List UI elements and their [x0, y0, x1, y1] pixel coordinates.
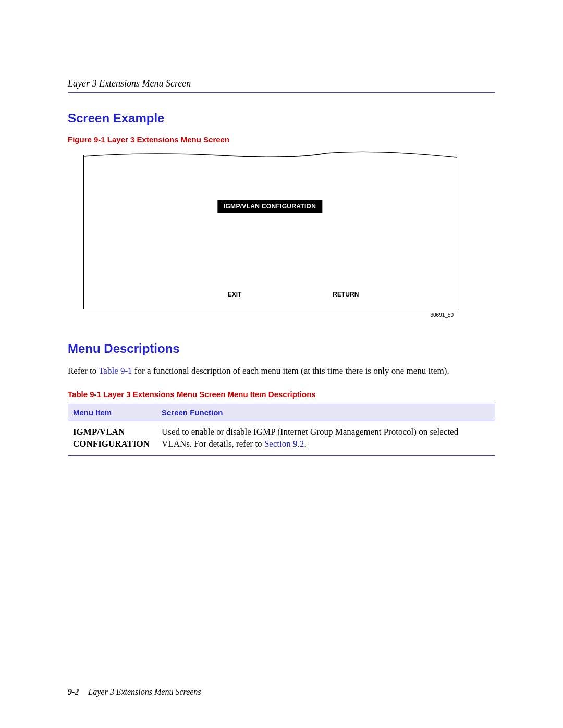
section-heading-menu-descriptions: Menu Descriptions	[68, 341, 495, 356]
table-row: IGMP/VLAN CONFIGURATION Used to enable o…	[68, 421, 495, 456]
section-ref-link[interactable]: Section 9.2	[264, 439, 304, 449]
exit-button[interactable]: EXIT	[228, 291, 242, 298]
section-heading-screen-example: Screen Example	[68, 111, 495, 126]
cell-menu-item: IGMP/VLAN CONFIGURATION	[68, 421, 156, 456]
table-header-row: Menu Item Screen Function	[68, 404, 495, 421]
intro-text-pre: Refer to	[68, 366, 99, 376]
figure-id: 30691_50	[83, 312, 456, 318]
desc-text-post: .	[304, 439, 306, 449]
terminal-screen: IGMP/VLAN CONFIGURATION EXIT RETURN	[83, 155, 456, 309]
intro-text-post: for a functional description of each men…	[132, 366, 449, 376]
footer-title: Layer 3 Extensions Menu Screens	[88, 687, 201, 696]
figure-container: IGMP/VLAN CONFIGURATION EXIT RETURN 3069…	[83, 155, 456, 318]
table-ref-link[interactable]: Table 9-1	[99, 366, 132, 376]
intro-paragraph: Refer to Table 9-1 for a functional desc…	[68, 365, 495, 377]
menu-item-igmp-vlan[interactable]: IGMP/VLAN CONFIGURATION	[217, 200, 322, 213]
cell-screen-function: Used to enable or disable IGMP (Internet…	[156, 421, 495, 456]
bottom-button-row: EXIT RETURN	[84, 291, 456, 298]
page-header: Layer 3 Extensions Menu Screen	[68, 78, 495, 93]
desc-text-pre: Used to enable or disable IGMP (Internet…	[162, 427, 458, 449]
return-button[interactable]: RETURN	[333, 291, 359, 298]
table-caption: Table 9-1 Layer 3 Extensions Menu Screen…	[68, 390, 495, 399]
col-header-menu-item: Menu Item	[68, 404, 156, 421]
menu-descriptions-table: Menu Item Screen Function IGMP/VLAN CONF…	[68, 404, 495, 456]
page-footer: 9-2Layer 3 Extensions Menu Screens	[68, 687, 201, 697]
document-page: Layer 3 Extensions Menu Screen Screen Ex…	[0, 0, 563, 728]
page-number: 9-2	[68, 687, 79, 696]
col-header-screen-function: Screen Function	[156, 404, 495, 421]
wavy-top-edge	[83, 150, 457, 161]
figure-caption: Figure 9-1 Layer 3 Extensions Menu Scree…	[68, 135, 495, 144]
running-head: Layer 3 Extensions Menu Screen	[68, 78, 495, 89]
